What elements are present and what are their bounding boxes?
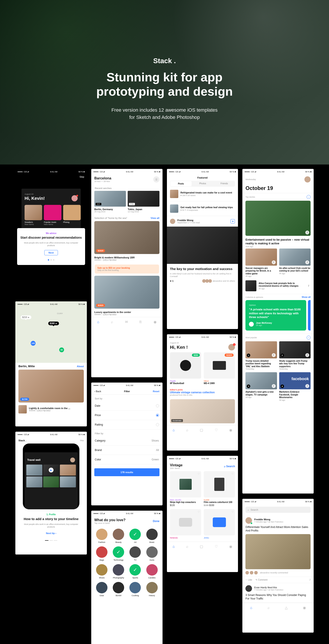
menu-icon[interactable]: ☰: [153, 176, 160, 182]
user1-name[interactable]: Freddie Wong: [254, 518, 283, 521]
search-icon[interactable]: ⌕: [268, 606, 270, 610]
add-button[interactable]: +: [230, 219, 235, 224]
prod-jimbo[interactable]: ♡Jimbo: [204, 509, 235, 539]
cat-sneakers[interactable]: Sneakers: [24, 221, 42, 223]
cat-shoes[interactable]: Shoes: [94, 564, 109, 579]
filt-cat[interactable]: CategoryShoes: [91, 436, 162, 446]
cat-sports[interactable]: ✓Sports: [128, 564, 142, 579]
marker-210[interactable]: $210 ►: [20, 316, 31, 319]
home-icon[interactable]: ⌂: [97, 320, 99, 324]
post1-image[interactable]: [246, 534, 310, 569]
home-icon[interactable]: ⌂: [172, 428, 175, 432]
pop-2[interactable]: 2⤴Study suggests anti-Trump ads may turn…: [279, 341, 310, 370]
author-name[interactable]: Freddie Wong: [178, 219, 200, 222]
cat-candies[interactable]: Candies: [144, 564, 160, 579]
search-input[interactable]: ⌕Search: [246, 507, 310, 513]
heart-icon[interactable]: ♡: [232, 510, 234, 513]
bell-icon[interactable]: △: [285, 606, 288, 610]
cat-technology[interactable]: ✓Technology: [111, 546, 126, 561]
room-title[interactable]: Lightly & comfortable room in the ...: [29, 407, 70, 410]
filt-color[interactable]: ColorGreen: [91, 455, 162, 464]
bookmark-icon[interactable]: ⎘: [172, 280, 174, 282]
thumb-aliso[interactable]: [246, 280, 256, 291]
tab-posts[interactable]: Posts: [170, 181, 192, 187]
about-link[interactable]: About: [77, 365, 84, 368]
avatar[interactable]: 1: [228, 344, 235, 350]
bag-icon[interactable]: ▢: [200, 544, 203, 548]
forward-icon[interactable]: ›: [307, 195, 310, 199]
cat-history[interactable]: History: [144, 582, 160, 596]
done-link[interactable]: Done: [153, 520, 160, 523]
hero-image[interactable]: ⤴: [246, 201, 310, 236]
avatar[interactable]: [304, 176, 310, 182]
prod-nintendo[interactable]: ♡Nintendo: [170, 509, 201, 539]
cat-music[interactable]: Music: [144, 528, 160, 543]
sort-date[interactable]: Date: [91, 401, 162, 410]
profile-icon[interactable]: ◉: [303, 606, 306, 610]
inbox-icon[interactable]: ✉: [125, 320, 128, 324]
sort-price[interactable]: Price: [91, 410, 162, 420]
comment-button[interactable]: ✎ Comment: [256, 579, 267, 581]
pop-3[interactable]: 3⤴Alphabet's nest gets a new slogan, TV …: [246, 372, 277, 401]
home-icon[interactable]: ⌂: [172, 545, 175, 548]
share-icon[interactable]: ⤴: [305, 230, 309, 234]
promo-banner[interactable]: Sale up to $50 on your booking Only on t…: [95, 264, 159, 274]
opinion-card[interactable]: Opinion "A private school with more than…: [246, 300, 306, 330]
article1[interactable]: Refrigerated treats can make for a cool …: [180, 191, 235, 194]
marker-180[interactable]: $180 ►: [48, 322, 59, 325]
ed-title[interactable]: Ultimate vintage cameras collection: [170, 391, 235, 394]
next-button[interactable]: Next: [44, 250, 58, 255]
heart-icon[interactable]: ♥: [170, 280, 172, 282]
share-icon[interactable]: ⤴: [305, 260, 309, 264]
tab-friends[interactable]: Friends: [214, 181, 235, 187]
listing2-title[interactable]: Luxury apartments in the center: [94, 311, 160, 314]
share-icon[interactable]: ⤴: [272, 384, 276, 388]
card-club[interactable]: ⤴An after-school Club could be coming to…: [279, 248, 310, 278]
sort-rating[interactable]: Raiting: [91, 420, 162, 430]
next-tip-link[interactable]: Next tip ›: [20, 532, 82, 534]
cat-fashion[interactable]: Fashion: [94, 528, 109, 543]
avatar-u2[interactable]: [246, 585, 252, 592]
heart-icon[interactable]: ♡: [215, 544, 218, 548]
profile-icon[interactable]: ◉: [154, 320, 156, 324]
share-icon[interactable]: ⤴: [272, 353, 276, 357]
prod-basketball[interactable]: $250Pigalle8P Basketball: [170, 352, 201, 385]
share-icon[interactable]: ⤴: [305, 384, 309, 388]
results-button[interactable]: 178 results: [94, 468, 160, 476]
hero-image[interactable]: [167, 226, 238, 264]
cat-music[interactable]: Popular music: [44, 221, 62, 223]
share-icon[interactable]: ⤴: [310, 579, 310, 581]
share-icon[interactable]: ⤴: [272, 260, 276, 264]
filt-brand[interactable]: BrandAll: [91, 446, 162, 455]
cat-gear[interactable]: Gear: [94, 582, 109, 596]
user2-name[interactable]: Evan Hardy liked this: [254, 586, 283, 589]
author-avatar[interactable]: [170, 219, 175, 224]
cat-tv[interactable]: TV: [128, 546, 142, 561]
thumb-a2[interactable]: [170, 204, 178, 213]
forward-icon[interactable]: ›: [307, 336, 310, 340]
marker-128[interactable]: 128: [31, 341, 36, 346]
share-icon[interactable]: ⤴: [307, 284, 310, 288]
article2[interactable]: Get ready fast for fall yellow leaf view…: [180, 206, 235, 209]
cat-guns[interactable]: Guns: [144, 546, 160, 561]
prod-nikon[interactable]: $1523NikonMD-4 1989: [204, 352, 235, 385]
prod-kodak[interactable]: ♡KodakFilm camera colorburst 100$199 $10…: [204, 471, 235, 506]
cat-art[interactable]: ✓Art: [128, 528, 142, 543]
pop-4[interactable]: facebook4⤴Marketers Embrace Facebook, Go…: [279, 372, 310, 401]
reset-link[interactable]: Reset: [153, 390, 160, 393]
cat-bags[interactable]: Bags: [94, 546, 109, 561]
heart-icon[interactable]: ♡: [232, 472, 234, 475]
showall-link[interactable]: Show all: [302, 296, 310, 298]
marker-83[interactable]: 83: [59, 348, 64, 352]
dest-tokyo[interactable]: TYOTokio, Japan12 Aug 2016: [128, 191, 159, 213]
back-button[interactable]: ‹ Back: [94, 390, 101, 393]
cat-cooking[interactable]: Cooking: [128, 582, 142, 596]
prod-ninja[interactable]: ♡Marc JacobsNinja high top sneackers$120: [170, 471, 201, 506]
map[interactable]: $210 ► $180 ► CUXH 128 83: [15, 302, 87, 363]
search-link[interactable]: ⌕ Search: [224, 465, 235, 468]
dest-berlin[interactable]: SXFBerlin, Germany28 Aug 2016: [94, 191, 126, 213]
search-icon[interactable]: ⌕: [186, 545, 188, 548]
share-icon[interactable]: ⤴: [305, 353, 309, 357]
skip-link[interactable]: Skip: [80, 439, 84, 442]
listing1-title[interactable]: Bright & modern Williamsburg 1BR: [94, 256, 160, 259]
